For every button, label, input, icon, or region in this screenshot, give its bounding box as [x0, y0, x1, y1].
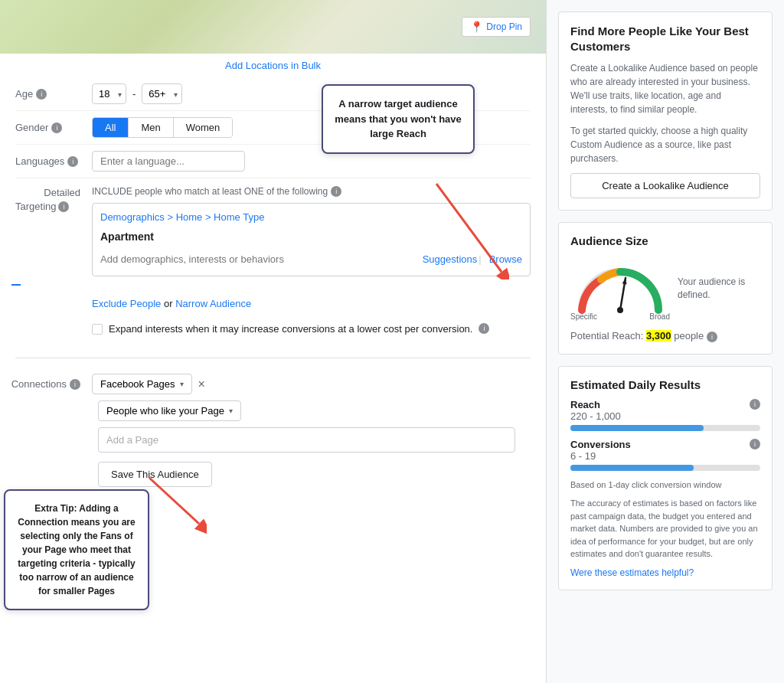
gauge-container: Specific Broad Your audience is defined. — [570, 257, 760, 321]
page-container: 📍 Drop Pin Add Locations in Bulk Age i 1… — [0, 0, 784, 683]
conversions-progress-bar — [570, 465, 694, 471]
specific-label: Specific — [570, 312, 597, 321]
gender-women-button[interactable]: Women — [174, 118, 233, 137]
narrow-audience-link[interactable]: Narrow Audience — [175, 298, 251, 309]
create-lookalike-button[interactable]: Create a Lookalike Audience — [570, 173, 760, 198]
gauge-wrapper: Specific Broad — [570, 257, 670, 321]
detailed-content: INCLUDE people who match at least ONE of… — [92, 186, 531, 276]
estimated-section: Estimated Daily Results Reach i 220 - 1,… — [558, 366, 773, 590]
conversions-metric-row: Conversions i — [570, 439, 760, 450]
age-max-select[interactable]: 65+ — [142, 83, 182, 104]
find-more-text1: Create a Lookalike Audience based on peo… — [570, 61, 760, 116]
callout-extra-tip: Extra Tip: Adding a Connection means you… — [4, 489, 149, 610]
age-separator: - — [132, 88, 136, 100]
add-demographics-input[interactable] — [100, 250, 416, 268]
people-like-button[interactable]: People who like your Page ▾ — [98, 400, 241, 421]
reach-metric-info-icon[interactable]: i — [750, 399, 760, 410]
detailed-include-text: INCLUDE people who match at least ONE of… — [92, 186, 531, 197]
conversions-value: 6 - 19 — [570, 450, 760, 462]
audience-defined-text: Your audience is defined. — [678, 276, 760, 302]
add-demographics-row: Suggestions | Browse — [100, 250, 522, 268]
targeting-item: Apartment — [100, 227, 522, 246]
targeting-box: Demographics > Home > Home Type Apartmen… — [92, 203, 531, 276]
drop-pin-label: Drop Pin — [486, 21, 522, 32]
add-page-placeholder: Add a Page — [106, 434, 158, 446]
potential-reach-row: Potential Reach: 3,300 people i — [570, 330, 760, 342]
reach-metric: Reach i 220 - 1,000 — [570, 399, 760, 431]
expand-checkbox[interactable] — [92, 324, 103, 335]
dash-line — [11, 284, 21, 286]
connections-info-icon[interactable]: i — [70, 379, 80, 390]
conversions-metric-info-icon[interactable]: i — [750, 439, 760, 449]
fb-pages-close-button[interactable]: × — [198, 377, 205, 391]
expand-label: Expand interests when it may increase co… — [109, 323, 472, 335]
people-like-dropdown-icon: ▾ — [229, 407, 233, 415]
conversion-note: Based on 1-day click conversion window — [570, 479, 760, 492]
languages-info-icon[interactable]: i — [67, 156, 78, 167]
reach-label: Reach — [570, 399, 600, 410]
reach-progress-wrap — [570, 425, 760, 431]
exclude-row: Exclude People or Narrow Audience — [15, 292, 531, 315]
callout2-text: Extra Tip: Adding a Connection means you… — [18, 503, 135, 596]
gender-men-button[interactable]: Men — [129, 118, 173, 137]
drop-pin-button[interactable]: 📍 Drop Pin — [462, 17, 531, 37]
potential-reach-label: Potential Reach: — [570, 330, 643, 342]
age-min-select[interactable]: 18 — [92, 83, 126, 104]
detailed-info-icon[interactable]: i — [58, 201, 69, 212]
or-text: or — [164, 298, 173, 309]
save-audience-button[interactable]: Save This Audience — [98, 462, 212, 487]
gender-info-icon[interactable]: i — [51, 123, 62, 133]
include-info-icon[interactable]: i — [331, 186, 341, 197]
language-input[interactable] — [92, 151, 245, 172]
find-more-text2: To get started quickly, choose a high qu… — [570, 124, 760, 165]
reach-number: 3,300 — [646, 330, 671, 342]
fb-pages-dropdown-icon: ▾ — [180, 380, 184, 388]
reach-value: 220 - 1,000 — [570, 410, 760, 422]
connections-row: Connections i Facebook Pages ▾ × — [15, 374, 531, 394]
callout1-text: A narrow target audience means that you … — [335, 98, 462, 139]
gender-label: Gender i — [15, 122, 92, 133]
pin-icon: 📍 — [470, 21, 483, 33]
conversions-label: Conversions — [570, 439, 631, 450]
gender-button-group: All Men Women — [92, 117, 233, 138]
age-info-icon[interactable]: i — [36, 89, 47, 100]
find-more-title: Find More People Like Your Best Customer… — [570, 24, 760, 54]
age-min-wrap: 18 — [92, 83, 126, 104]
audience-size-title: Audience Size — [570, 234, 760, 247]
gender-all-button[interactable]: All — [93, 118, 129, 137]
right-panel: Find More People Like Your Best Customer… — [547, 0, 784, 683]
expand-row: Expand interests when it may increase co… — [15, 315, 531, 342]
fb-pages-label: Facebook Pages — [100, 378, 175, 390]
languages-control — [92, 151, 531, 172]
svg-point-1 — [617, 307, 623, 313]
callout-narrow-audience: A narrow target audience means that you … — [322, 84, 475, 154]
add-locations-link[interactable]: Add Locations in Bulk — [0, 54, 546, 77]
connections-control: Facebook Pages ▾ × — [92, 374, 531, 394]
exclude-people-link[interactable]: Exclude People — [92, 298, 161, 309]
find-more-section: Find More People Like Your Best Customer… — [558, 11, 773, 211]
conversions-metric: Conversions i 6 - 19 — [570, 439, 760, 471]
age-label: Age i — [15, 88, 92, 100]
suggestions-button[interactable]: Suggestions — [423, 253, 478, 265]
audience-size-section: Audience Size — [558, 222, 773, 355]
browse-button[interactable]: Browse — [489, 253, 522, 265]
people-suffix: people — [674, 330, 704, 342]
detailed-header: Detailed Targeting i INCLUDE people who … — [15, 186, 531, 276]
connections-label: Connections i — [15, 378, 92, 390]
expand-info-icon[interactable]: i — [479, 323, 489, 334]
helpful-link[interactable]: Were these estimates helpful? — [570, 567, 694, 578]
languages-label: Languages i — [15, 155, 92, 167]
accuracy-note: The accuracy of estimates is based on fa… — [570, 497, 760, 560]
people-like-label: People who like your Page — [106, 405, 224, 417]
map-area: 📍 Drop Pin — [0, 0, 546, 54]
age-max-wrap: 65+ — [142, 83, 182, 104]
reach-info-icon[interactable]: i — [707, 332, 717, 342]
divider — [15, 358, 531, 358]
detailed-targeting-section: Detailed Targeting i INCLUDE people who … — [0, 178, 546, 350]
facebook-pages-button[interactable]: Facebook Pages ▾ — [92, 374, 192, 394]
reach-progress-bar — [570, 425, 704, 431]
targeting-breadcrumb: Demographics > Home > Home Type — [100, 211, 522, 223]
add-page-input[interactable]: Add a Page — [98, 427, 515, 453]
broad-label: Broad — [649, 312, 670, 321]
estimated-title: Estimated Daily Results — [570, 378, 760, 391]
